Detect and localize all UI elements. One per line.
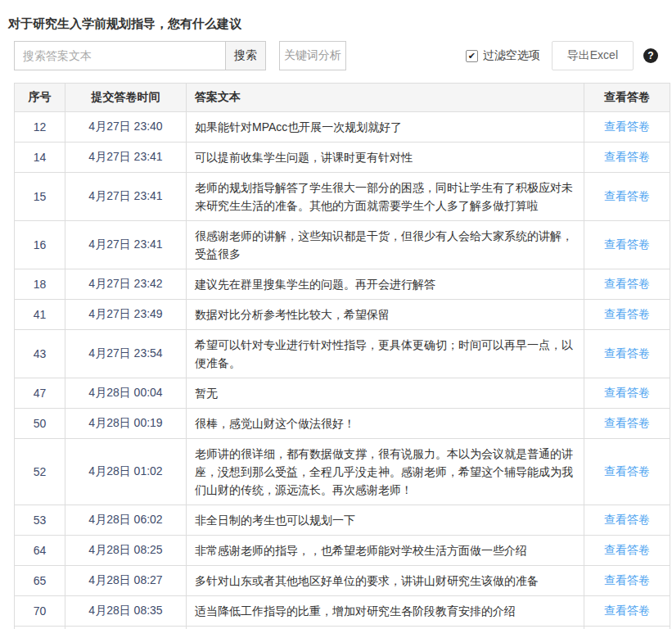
export-excel-button[interactable]: 导出Excel [552,41,634,70]
table-row: 18 4月27日 23:42 建议先在群里搜集学生的问题。再开会进行解答 查看答… [15,269,670,300]
keyword-analysis-button[interactable]: 关键词分析 [279,41,346,70]
survey-answers-panel: 对于研究生入学前规划指导，您有什么建议 搜索 关键词分析 ✔ 过滤空选项 导出E… [0,16,672,629]
column-header-answer: 答案文本 [187,84,584,112]
row-view-cell: 查看答卷 [584,300,670,330]
row-number: 16 [15,221,65,269]
row-time: 4月27日 23:42 [65,269,187,300]
row-time: 4月27日 23:41 [65,173,187,221]
row-number: 64 [15,536,65,566]
row-time: 4月28日 08:27 [65,566,187,596]
page-title: 对于研究生入学前规划指导，您有什么建议 [8,16,672,30]
row-time [65,627,187,629]
row-answer-text: 希望可以针对专业进行针对性指导，更具体更确切；时间可以再早一点，以便准备。 [187,330,584,378]
view-answer-link[interactable]: 查看答卷 [604,604,650,617]
view-answer-link[interactable]: 查看答卷 [604,513,650,526]
row-number: 15 [15,173,65,221]
answers-table: 序号 提交答卷时间 答案文本 查看答卷 12 4月27日 23:40 如果能针对… [14,83,670,629]
row-view-cell [584,627,670,629]
view-answer-link[interactable]: 查看答卷 [604,238,650,251]
row-time: 4月28日 00:19 [65,409,187,439]
filter-empty-option[interactable]: ✔ 过滤空选项 [466,48,540,63]
row-answer-text: 老师的规划指导解答了学生很大一部分的困惑，同时让学生有了积极应对未来研究生生活的… [187,173,584,221]
help-icon[interactable]: ? [643,48,658,63]
table-row: 43 4月27日 23:54 希望可以针对专业进行针对性指导，更具体更确切；时间… [15,330,670,378]
row-number: 14 [15,143,65,173]
filter-empty-label: 过滤空选项 [483,48,540,63]
row-answer-text: 如果能针对MPAcc也开展一次规划就好了 [187,112,584,143]
row-number: 41 [15,300,65,330]
row-view-cell: 查看答卷 [584,409,670,439]
filter-empty-checkbox[interactable]: ✔ [466,50,478,62]
column-header-time: 提交答卷时间 [65,84,187,112]
row-time: 4月28日 08:35 [65,596,187,627]
row-time: 4月28日 06:02 [65,505,187,536]
row-view-cell: 查看答卷 [584,596,670,627]
table-row: 53 4月28日 06:02 非全日制的考生也可以规划一下 查看答卷 [15,505,670,536]
view-answer-link[interactable]: 查看答卷 [604,120,650,133]
table-row-partial [15,627,670,629]
row-answer-text: 多针对山东或者其他地区好单位的要求，讲讲山财研究生该做的准备 [187,566,584,596]
table-row: 50 4月28日 00:19 很棒，感觉山财这个做法很好！ 查看答卷 [15,409,670,439]
answer-table-partial [15,627,670,629]
search-button[interactable]: 搜索 [226,41,266,70]
row-view-cell: 查看答卷 [584,505,670,536]
row-view-cell: 查看答卷 [584,143,670,173]
row-time: 4月27日 23:40 [65,112,187,143]
row-number: 47 [15,378,65,409]
row-view-cell: 查看答卷 [584,439,670,505]
toolbar-right-group: ✔ 过滤空选项 导出Excel ? [466,41,658,70]
row-answer-text: 适当降低工作指导的比重，增加对研究生各阶段教育安排的介绍 [187,596,584,627]
row-answer-text: 暂无 [187,378,584,409]
view-answer-link[interactable]: 查看答卷 [604,416,650,429]
row-view-cell: 查看答卷 [584,221,670,269]
view-answer-link[interactable]: 查看答卷 [604,277,650,290]
view-answer-link[interactable]: 查看答卷 [604,307,650,320]
table-row: 52 4月28日 01:02 老师讲的很详细，都有数据做支撑，很有说服力。本以为… [15,439,670,505]
row-number [15,627,65,629]
table-row: 12 4月27日 23:40 如果能针对MPAcc也开展一次规划就好了 查看答卷 [15,112,670,143]
table-row: 41 4月27日 23:49 数据对比分析参考性比较大，希望保留 查看答卷 [15,300,670,330]
check-icon: ✔ [468,52,476,61]
toolbar: 搜索 关键词分析 ✔ 过滤空选项 导出Excel ? [14,41,658,70]
row-view-cell: 查看答卷 [584,330,670,378]
row-answer-text: 可以提前收集学生问题，讲课时更有针对性 [187,143,584,173]
row-answer-text: 非全日制的考生也可以规划一下 [187,505,584,536]
row-view-cell: 查看答卷 [584,112,670,143]
row-number: 53 [15,505,65,536]
row-answer-text: 建议先在群里搜集学生的问题。再开会进行解答 [187,269,584,300]
row-time: 4月28日 01:02 [65,439,187,505]
row-number: 50 [15,409,65,439]
table-row: 15 4月27日 23:41 老师的规划指导解答了学生很大一部分的困惑，同时让学… [15,173,670,221]
table-row: 64 4月28日 08:25 非常感谢老师的指导，，也希望老师能对学校生活方面做… [15,536,670,566]
column-header-no: 序号 [15,84,65,112]
row-view-cell: 查看答卷 [584,269,670,300]
row-view-cell: 查看答卷 [584,378,670,409]
view-answer-link[interactable]: 查看答卷 [604,150,650,163]
row-answer-text: 很棒，感觉山财这个做法很好！ [187,409,584,439]
row-time: 4月27日 23:41 [65,143,187,173]
view-answer-link[interactable]: 查看答卷 [604,573,650,586]
row-answer-text: 老师讲的很详细，都有数据做支撑，很有说服力。本以为会议就是普通的讲座，没想到那么… [187,439,584,505]
view-answer-link[interactable]: 查看答卷 [604,346,650,360]
row-time: 4月27日 23:41 [65,221,187,269]
view-answer-link[interactable]: 查看答卷 [604,543,650,556]
row-time: 4月27日 23:54 [65,330,187,378]
table-row: 65 4月28日 08:27 多针对山东或者其他地区好单位的要求，讲讲山财研究生… [15,566,670,596]
view-answer-link[interactable]: 查看答卷 [604,464,650,477]
row-answer-text [187,627,584,629]
row-time: 4月28日 00:04 [65,378,187,409]
row-answer-text: 非常感谢老师的指导，，也希望老师能对学校生活方面做一些介绍 [187,536,584,566]
view-answer-link[interactable]: 查看答卷 [604,189,650,202]
row-view-cell: 查看答卷 [584,173,670,221]
table-row: 47 4月28日 00:04 暂无 查看答卷 [15,378,670,409]
row-answer-text: 数据对比分析参考性比较大，希望保留 [187,300,584,330]
row-time: 4月27日 23:49 [65,300,187,330]
row-answer-text: 很感谢老师的讲解，这些知识都是干货，但很少有人会给大家系统的讲解，受益很多 [187,221,584,269]
search-input[interactable] [14,41,226,70]
table-header-row: 序号 提交答卷时间 答案文本 查看答卷 [15,84,670,112]
view-answer-link[interactable]: 查看答卷 [604,386,650,399]
row-number: 70 [15,596,65,627]
row-view-cell: 查看答卷 [584,536,670,566]
table-row: 16 4月27日 23:41 很感谢老师的讲解，这些知识都是干货，但很少有人会给… [15,221,670,269]
row-time: 4月28日 08:25 [65,536,187,566]
